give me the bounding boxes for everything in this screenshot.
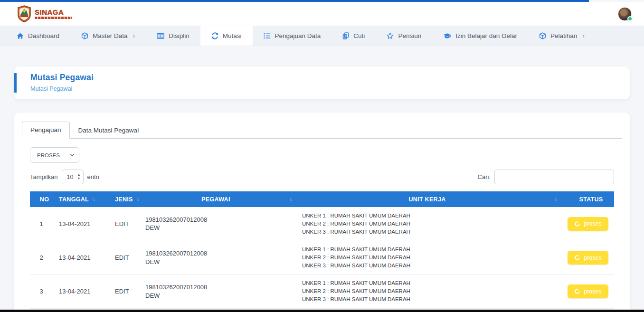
id-card-icon: [157, 33, 164, 39]
sort-icon: ↑↓: [554, 197, 557, 202]
nav-item-disiplin[interactable]: Disiplin: [146, 26, 200, 46]
tab-data-mutasi-pegawai[interactable]: Data Mutasi Pegawai: [70, 122, 148, 139]
table-header-row: NO TANGGAL ↑↓ JENIS ↑↓ PEGAWAI ↑↓: [30, 191, 614, 207]
circle-notch-icon: [574, 221, 580, 227]
column-header-no: NO: [30, 191, 53, 207]
nav-item-pelatihan[interactable]: Pelatihan ›: [528, 26, 596, 46]
cell-status: proses: [562, 274, 614, 308]
online-status-dot: [627, 16, 633, 21]
table-search: Cari:: [478, 170, 614, 184]
main-navbar: Dashboard Master Data › Disiplin Mutasi …: [0, 26, 644, 46]
search-label: Cari:: [478, 173, 491, 180]
regional-crest-icon: [17, 5, 31, 22]
proses-button[interactable]: proses: [568, 284, 608, 298]
graduation-cap-icon: [443, 33, 451, 39]
tab-panel-pengajuan: PROSES Tampilkan 10 ▲▼ entri: [30, 139, 614, 309]
cell-no: 3: [30, 274, 53, 308]
table-row: 1 13-04-2021 EDIT 198103262007012008 DEW…: [30, 207, 614, 241]
tab-bar: Pengajuan Data Mutasi Pegawai: [22, 122, 622, 139]
star-icon: [387, 32, 394, 39]
brand-tagline: [35, 17, 72, 19]
nav-item-pengajuan-data[interactable]: Pengajuan Data: [253, 26, 332, 46]
cell-status: proses: [562, 207, 614, 241]
cell-pegawai: 198103262007012008 DEW: [139, 274, 297, 308]
cube-icon: [539, 32, 546, 39]
app-header: SINAGA: [0, 2, 644, 26]
cell-pegawai: 198103262007012008 DEW: [139, 241, 297, 274]
column-header-status: STATUS: [562, 191, 614, 207]
page-header-card: Mutasi Pegawai Mutasi Pegawai: [14, 66, 630, 99]
sort-icon: ↑↓: [136, 197, 139, 202]
cell-no: 2: [30, 241, 53, 274]
status-filter-select[interactable]: PROSES: [30, 147, 79, 163]
chevron-right-icon: ›: [582, 32, 585, 39]
cell-unit-kerja: UNKER 1 : RUMAH SAKIT UMUM DAERAH UNKER …: [297, 207, 562, 241]
app-logo[interactable]: SINAGA: [17, 5, 72, 22]
status-filter: PROSES: [30, 147, 79, 163]
cell-pegawai: 198103262007012008 DEW: [139, 207, 297, 241]
nav-label: Izin Belajar dan Gelar: [455, 32, 517, 39]
nav-label: Cuti: [353, 32, 365, 39]
circle-notch-icon: [574, 255, 580, 261]
cell-tanggal: 13-04-2021: [53, 274, 109, 308]
nav-label: Pengajuan Data: [275, 32, 321, 39]
proses-button[interactable]: proses: [568, 217, 608, 231]
pegawai-nama: DEW: [145, 258, 297, 266]
page-length-select[interactable]: 10: [62, 170, 84, 184]
cell-no: 1: [30, 207, 53, 241]
search-input[interactable]: [494, 170, 614, 184]
nav-item-master-data[interactable]: Master Data ›: [70, 26, 146, 46]
breadcrumb[interactable]: Mutasi Pegawai: [30, 85, 630, 92]
cell-jenis: EDIT: [109, 274, 139, 308]
sort-icon: ↑↓: [289, 197, 292, 202]
cell-unit-kerja: UNKER 1 : RUMAH SAKIT UMUM DAERAH UNKER …: [297, 241, 562, 274]
table-row: 3 13-04-2021 EDIT 198103262007012008 DEW…: [30, 274, 614, 308]
nav-label: Pensiun: [398, 32, 421, 39]
pegawai-nip: 198103262007012008: [145, 216, 297, 224]
circle-notch-icon: [574, 288, 580, 294]
nav-label: Disiplin: [169, 32, 189, 39]
brand-name: SINAGA: [35, 9, 72, 16]
nav-label: Dashboard: [28, 32, 59, 39]
column-header-pegawai[interactable]: PEGAWAI ↑↓: [139, 191, 297, 207]
nav-label: Pelatihan: [550, 32, 577, 39]
nav-item-pensiun[interactable]: Pensiun: [376, 26, 432, 46]
cell-status: proses: [562, 241, 614, 274]
nav-label: Master Data: [93, 32, 128, 39]
cell-tanggal: 13-04-2021: [53, 241, 109, 274]
pegawai-nip: 198103262007012008: [145, 283, 297, 292]
cell-jenis: EDIT: [109, 207, 139, 241]
column-header-jenis[interactable]: JENIS ↑↓: [109, 191, 139, 207]
pegawai-nama: DEW: [145, 224, 297, 232]
column-header-unit-kerja[interactable]: UNIT KERJA ↑↓: [297, 191, 562, 207]
length-suffix-label: entri: [87, 173, 99, 180]
nav-item-cuti[interactable]: Cuti: [331, 26, 376, 46]
mutasi-table: NO TANGGAL ↑↓ JENIS ↑↓ PEGAWAI ↑↓: [30, 191, 614, 309]
tab-pengajuan[interactable]: Pengajuan: [22, 122, 70, 139]
table-row: 2 13-04-2021 EDIT 198103262007012008 DEW…: [30, 241, 614, 274]
user-menu[interactable]: [618, 7, 632, 21]
sync-icon: [211, 32, 218, 39]
home-icon: [17, 32, 24, 39]
table-controls: Tampilkan 10 ▲▼ entri Cari:: [30, 170, 614, 184]
page-length-control: Tampilkan 10 ▲▼ entri: [30, 170, 99, 184]
proses-button[interactable]: proses: [568, 251, 608, 265]
nav-label: Mutasi: [223, 32, 242, 39]
list-icon: [264, 33, 271, 39]
page-load-progress-bar: [0, 0, 589, 2]
cube-icon: [81, 32, 88, 39]
chevron-right-icon: ›: [133, 32, 135, 39]
content-card: Pengajuan Data Mutasi Pegawai PROSES Tam…: [14, 113, 630, 312]
copy-icon: [342, 32, 349, 39]
page-title: Mutasi Pegawai: [30, 73, 630, 83]
cell-unit-kerja: UNKER 1 : RUMAH SAKIT UMUM DAERAH UNKER …: [297, 274, 562, 308]
cell-tanggal: 13-04-2021: [53, 207, 109, 241]
length-prefix-label: Tampilkan: [30, 173, 58, 180]
cell-jenis: EDIT: [109, 241, 139, 274]
nav-item-dashboard[interactable]: Dashboard: [6, 26, 70, 46]
nav-item-izin-belajar[interactable]: Izin Belajar dan Gelar: [432, 26, 528, 46]
column-header-tanggal[interactable]: TANGGAL ↑↓: [53, 191, 109, 207]
nav-item-mutasi[interactable]: Mutasi: [200, 26, 253, 46]
sort-icon: ↑↓: [92, 197, 95, 202]
pegawai-nama: DEW: [145, 292, 297, 300]
